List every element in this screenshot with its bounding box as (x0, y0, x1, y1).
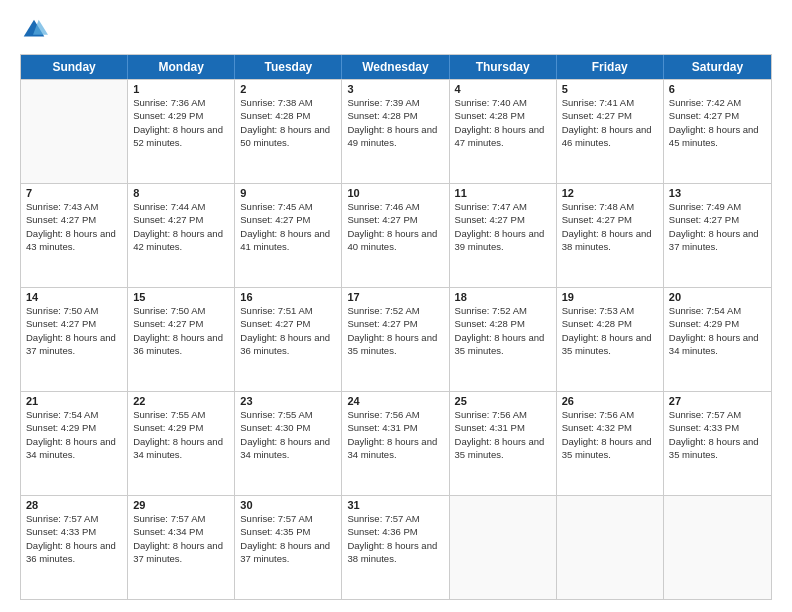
daylight-value: 34 minutes. (240, 448, 336, 461)
day-number: 4 (455, 83, 551, 95)
calendar-cell: 21Sunrise: 7:54 AMSunset: 4:29 PMDayligh… (21, 392, 128, 495)
daylight-value: 37 minutes. (133, 552, 229, 565)
page: SundayMondayTuesdayWednesdayThursdayFrid… (0, 0, 792, 612)
sunrise-line: Sunrise: 7:57 AM (240, 512, 336, 525)
daylight-value: 36 minutes. (26, 552, 122, 565)
daylight-label: Daylight: 8 hours and (240, 123, 336, 136)
calendar-cell (557, 496, 664, 599)
daylight-value: 37 minutes. (26, 344, 122, 357)
daylight-label: Daylight: 8 hours and (347, 123, 443, 136)
calendar: SundayMondayTuesdayWednesdayThursdayFrid… (20, 54, 772, 600)
calendar-cell: 1Sunrise: 7:36 AMSunset: 4:29 PMDaylight… (128, 80, 235, 183)
day-header-friday: Friday (557, 55, 664, 79)
daylight-label: Daylight: 8 hours and (455, 123, 551, 136)
daylight-label: Daylight: 8 hours and (26, 227, 122, 240)
daylight-value: 46 minutes. (562, 136, 658, 149)
sunrise-line: Sunrise: 7:52 AM (455, 304, 551, 317)
sunrise-line: Sunrise: 7:56 AM (562, 408, 658, 421)
sunset-line: Sunset: 4:29 PM (26, 421, 122, 434)
daylight-label: Daylight: 8 hours and (240, 435, 336, 448)
sunset-line: Sunset: 4:27 PM (133, 317, 229, 330)
day-number: 16 (240, 291, 336, 303)
daylight-label: Daylight: 8 hours and (347, 539, 443, 552)
calendar-cell: 7Sunrise: 7:43 AMSunset: 4:27 PMDaylight… (21, 184, 128, 287)
daylight-label: Daylight: 8 hours and (26, 435, 122, 448)
sunset-line: Sunset: 4:31 PM (347, 421, 443, 434)
sunrise-line: Sunrise: 7:57 AM (133, 512, 229, 525)
sunrise-line: Sunrise: 7:54 AM (669, 304, 766, 317)
calendar-cell: 19Sunrise: 7:53 AMSunset: 4:28 PMDayligh… (557, 288, 664, 391)
sunrise-line: Sunrise: 7:38 AM (240, 96, 336, 109)
sunrise-line: Sunrise: 7:44 AM (133, 200, 229, 213)
header (20, 16, 772, 44)
daylight-label: Daylight: 8 hours and (240, 539, 336, 552)
sunset-line: Sunset: 4:36 PM (347, 525, 443, 538)
daylight-label: Daylight: 8 hours and (562, 227, 658, 240)
daylight-value: 41 minutes. (240, 240, 336, 253)
daylight-value: 50 minutes. (240, 136, 336, 149)
sunrise-line: Sunrise: 7:49 AM (669, 200, 766, 213)
day-header-saturday: Saturday (664, 55, 771, 79)
calendar-cell (450, 496, 557, 599)
sunset-line: Sunset: 4:27 PM (240, 317, 336, 330)
daylight-value: 52 minutes. (133, 136, 229, 149)
calendar-cell: 25Sunrise: 7:56 AMSunset: 4:31 PMDayligh… (450, 392, 557, 495)
calendar-cell: 8Sunrise: 7:44 AMSunset: 4:27 PMDaylight… (128, 184, 235, 287)
calendar-cell: 29Sunrise: 7:57 AMSunset: 4:34 PMDayligh… (128, 496, 235, 599)
calendar-cell: 26Sunrise: 7:56 AMSunset: 4:32 PMDayligh… (557, 392, 664, 495)
day-number: 14 (26, 291, 122, 303)
sunrise-line: Sunrise: 7:50 AM (133, 304, 229, 317)
daylight-value: 34 minutes. (133, 448, 229, 461)
daylight-value: 38 minutes. (562, 240, 658, 253)
calendar-cell: 24Sunrise: 7:56 AMSunset: 4:31 PMDayligh… (342, 392, 449, 495)
daylight-value: 35 minutes. (562, 344, 658, 357)
daylight-value: 35 minutes. (562, 448, 658, 461)
week-row-1: 1Sunrise: 7:36 AMSunset: 4:29 PMDaylight… (21, 79, 771, 183)
daylight-label: Daylight: 8 hours and (562, 123, 658, 136)
sunrise-line: Sunrise: 7:53 AM (562, 304, 658, 317)
daylight-label: Daylight: 8 hours and (133, 331, 229, 344)
calendar-cell: 13Sunrise: 7:49 AMSunset: 4:27 PMDayligh… (664, 184, 771, 287)
sunset-line: Sunset: 4:27 PM (562, 213, 658, 226)
day-number: 22 (133, 395, 229, 407)
calendar-cell (21, 80, 128, 183)
day-number: 28 (26, 499, 122, 511)
day-number: 13 (669, 187, 766, 199)
calendar-cell: 3Sunrise: 7:39 AMSunset: 4:28 PMDaylight… (342, 80, 449, 183)
calendar-cell: 18Sunrise: 7:52 AMSunset: 4:28 PMDayligh… (450, 288, 557, 391)
calendar-cell: 2Sunrise: 7:38 AMSunset: 4:28 PMDaylight… (235, 80, 342, 183)
daylight-value: 36 minutes. (133, 344, 229, 357)
sunrise-line: Sunrise: 7:52 AM (347, 304, 443, 317)
day-header-monday: Monday (128, 55, 235, 79)
calendar-cell: 15Sunrise: 7:50 AMSunset: 4:27 PMDayligh… (128, 288, 235, 391)
sunset-line: Sunset: 4:27 PM (240, 213, 336, 226)
day-number: 31 (347, 499, 443, 511)
day-number: 23 (240, 395, 336, 407)
day-number: 8 (133, 187, 229, 199)
daylight-label: Daylight: 8 hours and (669, 331, 766, 344)
calendar-cell: 6Sunrise: 7:42 AMSunset: 4:27 PMDaylight… (664, 80, 771, 183)
daylight-label: Daylight: 8 hours and (562, 331, 658, 344)
sunrise-line: Sunrise: 7:50 AM (26, 304, 122, 317)
calendar-cell: 11Sunrise: 7:47 AMSunset: 4:27 PMDayligh… (450, 184, 557, 287)
sunset-line: Sunset: 4:35 PM (240, 525, 336, 538)
sunset-line: Sunset: 4:27 PM (133, 213, 229, 226)
day-number: 2 (240, 83, 336, 95)
day-number: 30 (240, 499, 336, 511)
sunrise-line: Sunrise: 7:48 AM (562, 200, 658, 213)
sunset-line: Sunset: 4:27 PM (669, 109, 766, 122)
daylight-value: 35 minutes. (347, 344, 443, 357)
sunset-line: Sunset: 4:29 PM (133, 421, 229, 434)
day-number: 5 (562, 83, 658, 95)
sunrise-line: Sunrise: 7:43 AM (26, 200, 122, 213)
calendar-cell: 5Sunrise: 7:41 AMSunset: 4:27 PMDaylight… (557, 80, 664, 183)
day-number: 1 (133, 83, 229, 95)
daylight-value: 35 minutes. (455, 448, 551, 461)
sunset-line: Sunset: 4:27 PM (347, 317, 443, 330)
daylight-value: 37 minutes. (669, 240, 766, 253)
day-number: 19 (562, 291, 658, 303)
week-row-4: 21Sunrise: 7:54 AMSunset: 4:29 PMDayligh… (21, 391, 771, 495)
day-number: 26 (562, 395, 658, 407)
sunrise-line: Sunrise: 7:55 AM (240, 408, 336, 421)
sunrise-line: Sunrise: 7:51 AM (240, 304, 336, 317)
